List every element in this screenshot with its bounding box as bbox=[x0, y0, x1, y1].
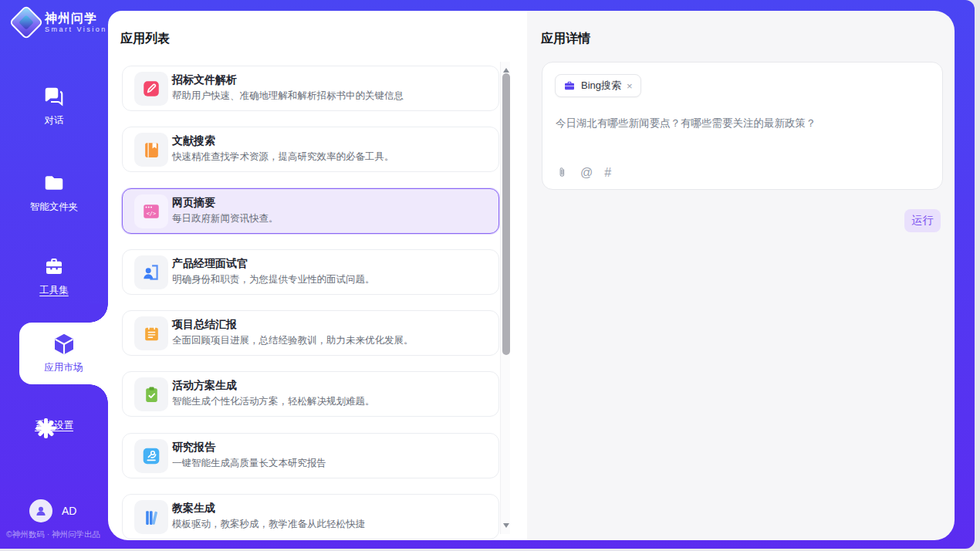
app-list-scrollbar[interactable] bbox=[500, 62, 510, 534]
brand-subtitle: Smart Vision bbox=[45, 25, 107, 33]
avatar bbox=[29, 499, 52, 522]
scroll-down-icon[interactable] bbox=[503, 523, 509, 528]
app-card[interactable]: 活动方案生成 智能生成个性化活动方案，轻松解决规划难题。 bbox=[122, 371, 499, 417]
app-card[interactable]: 产品经理面试官 明确身份和职责，为您提供专业性的面试问题。 bbox=[122, 249, 499, 295]
app-card-title: 教案生成 bbox=[172, 502, 215, 516]
app-card-title: 研究报告 bbox=[172, 441, 215, 455]
sidebar-footer: ©神州数码 · 神州问学出品 bbox=[6, 529, 108, 540]
brand-logo-icon bbox=[8, 5, 43, 39]
app-card[interactable]: </> 网页摘要 每日政府新闻资讯快查。 bbox=[122, 188, 499, 234]
folder-icon bbox=[42, 171, 66, 194]
sidebar-item-label: 对话 bbox=[45, 115, 64, 126]
app-card-title: 招标文件解析 bbox=[172, 73, 237, 87]
person-icon bbox=[34, 504, 48, 518]
sidebar-item-label: 应用市场 bbox=[45, 362, 83, 373]
book-icon bbox=[134, 133, 168, 167]
app-card[interactable]: 文献搜索 快速精准查找学术资源，提高研究效率的必备工具。 bbox=[122, 127, 499, 172]
app-card-description: 明确身份和职责，为您提供专业性的面试问题。 bbox=[172, 273, 375, 286]
attachment-toolbar: @ # bbox=[556, 165, 611, 180]
briefcase-icon bbox=[563, 79, 576, 92]
app-list-panel: 应用列表 招标文件解析 帮助用户快速、准确地理解和解析招标书中的关键信息 文献搜… bbox=[108, 11, 527, 540]
microscope-icon bbox=[134, 439, 168, 473]
app-card-description: 每日政府新闻资讯快查。 bbox=[172, 212, 279, 225]
app-card-title: 项目总结汇报 bbox=[172, 318, 237, 332]
sidebar-item-smart-folder[interactable]: 智能文件夹 bbox=[0, 171, 108, 214]
app-detail-panel: 应用详情 Bing搜索 × 今日湖北有哪些新闻要点？有哪些需要关注的最新政策？ … bbox=[527, 11, 955, 540]
scroll-up-icon[interactable] bbox=[503, 68, 509, 73]
app-card-title: 活动方案生成 bbox=[172, 379, 237, 393]
sidebar-item-label: 智能文件夹 bbox=[30, 201, 79, 212]
chat-icon bbox=[42, 85, 66, 108]
tool-tag-bing-search[interactable]: Bing搜索 × bbox=[555, 74, 641, 97]
paperclip-icon[interactable] bbox=[556, 165, 569, 180]
note-icon bbox=[134, 316, 168, 350]
app-card-description: 帮助用户快速、准确地理解和解析招标书中的关键信息 bbox=[172, 90, 404, 103]
user-initials: AD bbox=[62, 505, 76, 517]
sidebar-item-settings[interactable]: 系统设置 bbox=[0, 417, 108, 432]
query-text[interactable]: 今日湖北有哪些新闻要点？有哪些需要关注的最新政策？ bbox=[556, 117, 930, 130]
app-card[interactable]: 招标文件解析 帮助用户快速、准确地理解和解析招标书中的关键信息 bbox=[122, 66, 499, 111]
books-icon bbox=[134, 500, 168, 534]
user-account[interactable]: AD bbox=[29, 499, 76, 522]
sidebar: 神州问学 Smart Vision 对话 智能文件夹 工具集 应用市场 系统设置 bbox=[0, 0, 108, 549]
app-card[interactable]: 项目总结汇报 全面回顾项目进展，总结经验教训，助力未来优化发展。 bbox=[122, 310, 499, 356]
cube-icon bbox=[52, 332, 76, 357]
app-card[interactable]: 教案生成 模板驱动，教案秒成，教学准备从此轻松快捷 bbox=[122, 494, 499, 539]
at-sign-icon[interactable]: @ bbox=[580, 166, 593, 180]
app-card[interactable]: 研究报告 一键智能生成高质量长文本研究报告 bbox=[122, 433, 499, 478]
app-card-title: 文献搜索 bbox=[172, 134, 215, 148]
query-input-card[interactable]: Bing搜索 × 今日湖北有哪些新闻要点？有哪些需要关注的最新政策？ @ # bbox=[542, 62, 943, 190]
browser-code-icon: </> bbox=[134, 194, 168, 228]
tool-tag-label: Bing搜索 bbox=[581, 79, 621, 93]
app-card-description: 模板驱动，教案秒成，教学准备从此轻松快捷 bbox=[172, 518, 365, 531]
sidebar-item-app-market[interactable]: 应用市场 bbox=[19, 323, 108, 384]
app-card-title: 产品经理面试官 bbox=[172, 257, 248, 271]
app-card-description: 快速精准查找学术资源，提高研究效率的必备工具。 bbox=[172, 150, 394, 164]
sidebar-item-chat[interactable]: 对话 bbox=[0, 85, 108, 127]
app-card-description: 一键智能生成高质量长文本研究报告 bbox=[172, 457, 326, 470]
interviewer-icon bbox=[134, 255, 168, 289]
close-icon[interactable]: × bbox=[627, 81, 633, 91]
sidebar-item-toolset[interactable]: 工具集 bbox=[0, 255, 108, 297]
brand-logo: 神州问学 Smart Vision bbox=[14, 10, 107, 35]
sidebar-item-label: 工具集 bbox=[39, 285, 69, 296]
toolbox-icon bbox=[42, 255, 66, 278]
svg-text:</>: </> bbox=[147, 210, 157, 217]
scrollbar-thumb[interactable] bbox=[502, 73, 510, 355]
app-card-title: 网页摘要 bbox=[172, 196, 215, 210]
app-detail-title: 应用详情 bbox=[541, 31, 590, 47]
run-button[interactable]: 运行 bbox=[904, 209, 941, 232]
app-card-description: 智能生成个性化活动方案，轻松解决规划难题。 bbox=[172, 395, 375, 408]
app-list-title: 应用列表 bbox=[120, 31, 170, 47]
hash-icon[interactable]: # bbox=[604, 166, 611, 180]
brand-name: 神州问学 bbox=[45, 12, 107, 25]
app-window: 神州问学 Smart Vision 对话 智能文件夹 工具集 应用市场 系统设置 bbox=[0, 0, 975, 549]
pen-edit-icon bbox=[134, 72, 168, 106]
app-card-description: 全面回顾项目进展，总结经验教训，助力未来优化发展。 bbox=[172, 334, 414, 347]
clipboard-check-icon bbox=[134, 377, 168, 411]
